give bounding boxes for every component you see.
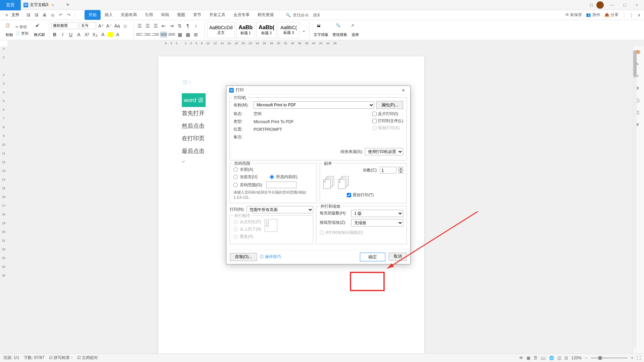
- highlight-button[interactable]: [108, 32, 113, 37]
- avatar[interactable]: [596, 1, 604, 9]
- numbering-icon[interactable]: ☰: [144, 22, 151, 29]
- search-input[interactable]: [293, 13, 320, 17]
- tab-document[interactable]: W 文字文稿3 ● ×: [21, 2, 61, 8]
- dialog-close-icon[interactable]: ×: [399, 87, 408, 94]
- preview-icon[interactable]: ◎: [49, 12, 56, 18]
- close-window-icon[interactable]: ×: [633, 1, 641, 9]
- fullscreen-icon[interactable]: ⛶: [637, 356, 641, 360]
- font-color-button[interactable]: A: [100, 31, 106, 38]
- tab-developer[interactable]: 开发工具: [205, 10, 229, 20]
- collab-button[interactable]: 👥 协作: [586, 12, 600, 18]
- increase-font-icon[interactable]: A⁺: [98, 22, 104, 29]
- copies-input[interactable]: [380, 167, 396, 173]
- add-tab-icon[interactable]: +: [61, 1, 75, 8]
- collate-checkbox[interactable]: 逐份打印(T): [347, 192, 403, 198]
- copy-button[interactable]: 📄 复制: [15, 31, 29, 36]
- save-icon[interactable]: 🖫: [25, 12, 32, 18]
- strike-button[interactable]: A: [75, 31, 82, 38]
- file-menu[interactable]: 文件: [11, 12, 19, 18]
- tab-section[interactable]: 章节: [189, 10, 205, 20]
- scrollbar-thumb[interactable]: [633, 50, 637, 77]
- borders-icon[interactable]: ▦: [184, 31, 191, 38]
- window-frame-icon[interactable]: ◻: [590, 3, 593, 7]
- zoom-out-icon[interactable]: −: [585, 356, 587, 360]
- italic-button[interactable]: I: [59, 31, 66, 38]
- select-button[interactable]: ⬀选择: [349, 22, 361, 38]
- zoom-value[interactable]: 120%: [571, 356, 582, 360]
- scale-select[interactable]: 无缩放: [351, 219, 403, 226]
- print-icon[interactable]: 🖶: [41, 12, 48, 18]
- menu-icon[interactable]: ≡: [3, 12, 10, 18]
- align-center-icon[interactable]: [144, 32, 151, 38]
- tab-reference[interactable]: 引用: [141, 10, 157, 20]
- size-select[interactable]: [79, 22, 96, 29]
- clear-format-icon[interactable]: ◇: [122, 22, 128, 29]
- superscript-button[interactable]: X²: [84, 31, 90, 38]
- pages-radio[interactable]: [233, 183, 238, 187]
- char-border-button[interactable]: A: [114, 31, 121, 38]
- tab-start[interactable]: 开始: [85, 10, 101, 20]
- multilevel-icon[interactable]: ☰: [152, 22, 159, 29]
- properties-button[interactable]: 属性(P)...: [376, 101, 403, 109]
- current-radio[interactable]: [233, 175, 238, 179]
- minimize-icon[interactable]: —: [607, 1, 617, 9]
- tab-member[interactable]: 会员专享: [229, 10, 254, 20]
- eye-icon[interactable]: 👁: [519, 356, 523, 360]
- style-h1[interactable]: AaBb标题 1: [236, 22, 255, 38]
- word-count[interactable]: 字数: 87/87: [24, 355, 44, 361]
- outdent-icon[interactable]: ⇤: [160, 22, 167, 29]
- align-right-icon[interactable]: [152, 32, 159, 38]
- reverse-checkbox[interactable]: 反片打印(I): [372, 111, 403, 117]
- style-h3[interactable]: AaBbC(标题 3: [278, 22, 299, 38]
- font-select[interactable]: [51, 22, 78, 29]
- unsaved-icon[interactable]: ⟳ 未保存: [566, 12, 582, 18]
- decrease-font-icon[interactable]: A⁻: [106, 22, 112, 29]
- tab-home[interactable]: 首页: [0, 0, 21, 10]
- printer-select[interactable]: Microsoft Print to PDF: [254, 101, 374, 109]
- tab-view[interactable]: 视图: [173, 10, 189, 20]
- tab-review[interactable]: 审阅: [157, 10, 173, 20]
- source-select[interactable]: 使用打印机设置: [365, 148, 403, 155]
- zoom-in-icon[interactable]: +: [631, 356, 633, 360]
- close-tab-icon[interactable]: ×: [52, 2, 54, 8]
- undo-icon[interactable]: ↶: [57, 12, 64, 18]
- align-left-icon[interactable]: [136, 32, 143, 38]
- spellcheck-toggle[interactable]: ☑ 拼写检查 -: [49, 355, 72, 361]
- all-radio[interactable]: [233, 167, 238, 172]
- share-button[interactable]: 📤 分享: [604, 12, 619, 18]
- vertical-ruler[interactable]: 4223456789101112131415161718192021222324…: [0, 46, 7, 353]
- view-web-icon[interactable]: 🌐: [549, 356, 554, 360]
- tofile-checkbox[interactable]: 打印到文件(L): [372, 118, 403, 124]
- show-marks-icon[interactable]: ¶: [184, 22, 191, 29]
- style-normal[interactable]: AaBbCcDd正文: [207, 22, 235, 38]
- tab-resource[interactable]: 稻壳资源: [254, 10, 278, 20]
- maximize-icon[interactable]: ◻: [620, 1, 629, 9]
- cut-button[interactable]: ✂ 剪切: [15, 24, 27, 30]
- printn-select[interactable]: 范围中所有页面: [247, 206, 313, 213]
- align-justify-icon[interactable]: [160, 32, 167, 38]
- proofread-toggle[interactable]: ☑ 文档校对: [77, 355, 98, 361]
- bullets-icon[interactable]: ☰: [136, 22, 143, 29]
- page-status[interactable]: 页面: 1/1: [3, 355, 19, 361]
- saveas-icon[interactable]: 🖫: [33, 12, 40, 18]
- underline-button[interactable]: U: [67, 31, 74, 38]
- copies-up[interactable]: ▲: [398, 167, 403, 170]
- options-button[interactable]: 选项(O)...: [230, 253, 257, 261]
- subscript-button[interactable]: X₂: [92, 31, 98, 38]
- copies-down[interactable]: ▼: [398, 170, 403, 173]
- view-read-icon[interactable]: 📖: [541, 356, 546, 360]
- cancel-button[interactable]: 取消: [389, 253, 407, 261]
- pages-input[interactable]: [266, 182, 297, 188]
- paste-button[interactable]: 📋粘贴: [3, 22, 15, 38]
- text-layout-button[interactable]: ⬓文字排版: [312, 22, 330, 38]
- horizontal-ruler[interactable]: 6422468101214161820222426283032343638404…: [7, 40, 644, 46]
- line-spacing-icon[interactable]: ⇅: [176, 22, 183, 29]
- change-case-icon[interactable]: Aa: [114, 22, 120, 29]
- style-h2[interactable]: AaBb(标题 2: [256, 22, 277, 38]
- zoom-thumb[interactable]: [598, 356, 602, 360]
- view-page-icon[interactable]: ▦: [527, 356, 530, 360]
- tab-layout[interactable]: 页面布局: [117, 10, 141, 20]
- view-outline-icon[interactable]: ☰: [534, 356, 537, 360]
- find-replace-button[interactable]: 🔍查找替换: [330, 22, 349, 38]
- style-more-icon[interactable]: ⌄: [301, 27, 307, 34]
